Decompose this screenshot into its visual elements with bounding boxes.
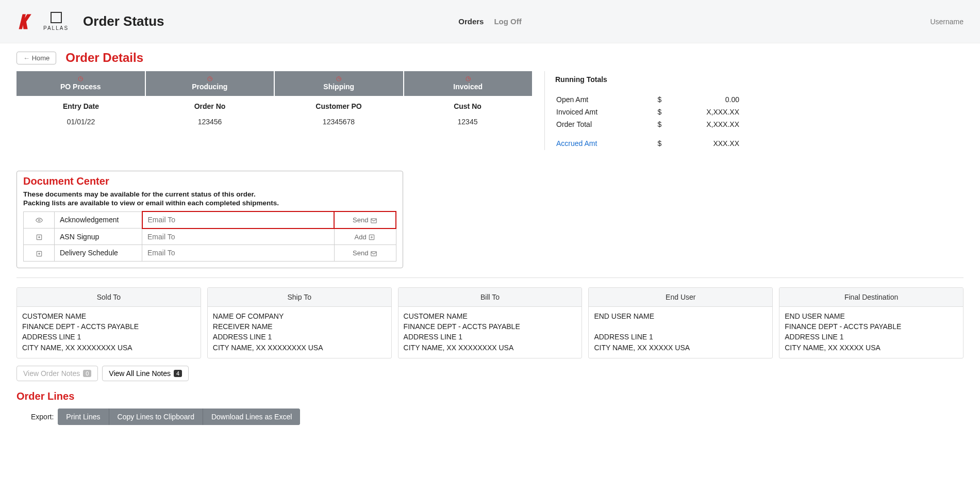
ki-logo-icon (16, 12, 35, 31)
clock-icon: ◷ (404, 75, 533, 81)
clock-icon: ◷ (146, 75, 274, 81)
addr-final-destination: Final Destination END USER NAME FINANCE … (779, 287, 964, 358)
running-totals-title: Running Totals (555, 75, 740, 84)
download-lines-button[interactable]: Download Lines as Excel (203, 409, 300, 425)
download-icon[interactable] (24, 228, 55, 245)
info-h-order-no: Order No (145, 96, 274, 113)
pallas-square-icon (51, 12, 62, 23)
doc-send-ack-button[interactable]: Send (353, 216, 377, 224)
username-label[interactable]: Username (930, 18, 964, 26)
view-order-notes-button[interactable]: View Order Notes 0 (16, 366, 98, 381)
info-header-row: Entry Date Order No Customer PO Cust No (16, 96, 532, 113)
running-total-row: Order Total $ X,XXX.XX (556, 119, 739, 130)
addr-bill-to: Bill To CUSTOMER NAME FINANCE DEPT - ACC… (398, 287, 583, 358)
top-nav: Orders Log Off (458, 17, 522, 26)
stage-bar: ◷PO Process ◷Producing ◷Shipping ◷Invoic… (16, 71, 532, 96)
doc-email-input-ack[interactable] (148, 216, 329, 224)
info-v-customer-po: 12345678 (274, 113, 403, 133)
plus-box-icon (368, 234, 375, 241)
pallas-text: PALLAS (43, 25, 69, 31)
doc-name: ASN Signup (55, 228, 142, 245)
doc-name: Delivery Schedule (55, 245, 142, 262)
pallas-logo: PALLAS (43, 12, 69, 31)
running-invoiced-row: Invoiced Amt $ X,XXX.XX (556, 106, 739, 118)
doc-add-asn-button[interactable]: Add (355, 233, 376, 241)
addr-ship-to: Ship To NAME OF COMPANY RECEIVER NAME AD… (207, 287, 392, 358)
order-lines-title: Order Lines (16, 390, 964, 402)
clock-icon: ◷ (16, 75, 145, 81)
eye-icon[interactable] (24, 211, 55, 228)
doc-row-delivery: Delivery Schedule Send (24, 245, 396, 262)
info-v-order-no: 123456 (145, 113, 274, 133)
divider (16, 277, 964, 278)
nav-orders[interactable]: Orders (458, 17, 484, 26)
doc-center-sub2: Packing lists are available to view or e… (23, 199, 396, 207)
info-h-customer-po: Customer PO (274, 96, 403, 113)
logo-area: PALLAS Order Status (16, 12, 164, 31)
doc-row-asn: ASN Signup Add (24, 228, 396, 245)
addr-end-user: End User END USER NAME ADDRESS LINE 1 CI… (588, 287, 773, 358)
stage-invoiced: ◷Invoiced (404, 71, 533, 96)
doc-send-delivery-button[interactable]: Send (353, 249, 377, 257)
copy-lines-button[interactable]: Copy Lines to Clipboard (109, 409, 203, 425)
print-lines-button[interactable]: Print Lines (58, 409, 108, 425)
doc-email-input-delivery[interactable] (147, 249, 329, 257)
doc-center-sub1: These documents may be available for the… (23, 190, 396, 198)
clock-icon: ◷ (275, 75, 403, 81)
export-button-group: Print Lines Copy Lines to Clipboard Down… (58, 409, 300, 425)
running-accrued-row: Accrued Amt $ XXX.XX (556, 131, 739, 149)
nav-logoff[interactable]: Log Off (494, 17, 521, 26)
stage-shipping: ◷Shipping (275, 71, 404, 96)
line-notes-badge: 4 (174, 370, 182, 377)
document-center: Document Center These documents may be a… (16, 171, 403, 268)
info-v-entry-date: 01/01/22 (16, 113, 145, 133)
topbar: PALLAS Order Status Orders Log Off Usern… (0, 0, 980, 43)
address-cards: Sold To CUSTOMER NAME FINANCE DEPT - ACC… (16, 287, 964, 358)
stage-producing: ◷Producing (146, 71, 275, 96)
info-h-cust-no: Cust No (403, 96, 532, 113)
info-value-row: 01/01/22 123456 12345678 12345 (16, 113, 532, 133)
accrued-amt-link[interactable]: Accrued Amt (556, 131, 645, 149)
export-label: Export: (31, 413, 54, 421)
doc-row-acknowledgement: Acknowledgement Send (24, 211, 396, 228)
stage-po-process: ◷PO Process (16, 71, 146, 96)
info-h-entry-date: Entry Date (16, 96, 145, 113)
home-button[interactable]: Home (16, 52, 56, 64)
download-icon[interactable] (24, 245, 55, 262)
addr-sold-to: Sold To CUSTOMER NAME FINANCE DEPT - ACC… (16, 287, 201, 358)
envelope-icon (370, 217, 377, 224)
view-line-notes-button[interactable]: View All Line Notes 4 (102, 366, 189, 381)
page-title: Order Details (65, 51, 143, 65)
order-notes-badge: 0 (83, 370, 91, 377)
doc-email-input-asn[interactable] (147, 233, 329, 241)
running-totals-panel: Running Totals Open Amt $ 0.00 Invoiced … (544, 71, 740, 150)
envelope-icon (370, 250, 377, 257)
app-title: Order Status (83, 13, 164, 29)
doc-center-title: Document Center (23, 175, 396, 187)
svg-point-2 (38, 220, 40, 222)
doc-name: Acknowledgement (55, 211, 142, 228)
info-v-cust-no: 12345 (403, 113, 532, 133)
running-open-row: Open Amt $ 0.00 (556, 94, 739, 105)
